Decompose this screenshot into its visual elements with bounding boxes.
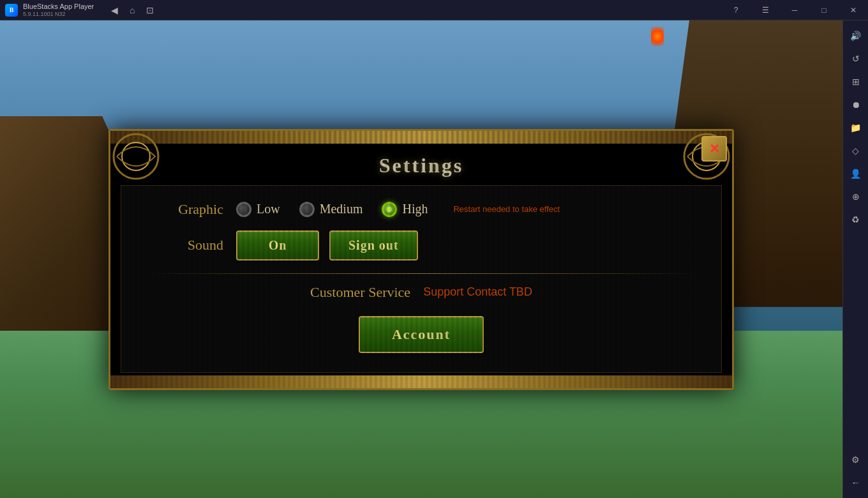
sidebar-record-button[interactable]: ⏺ <box>846 94 866 115</box>
dialog-border-bottom <box>110 375 732 388</box>
sidebar-eco-button[interactable]: ♻ <box>846 209 866 230</box>
dialog-overlay: ✕ Settings Graphic Low <box>0 20 842 498</box>
sidebar-screenshot-button[interactable]: ⊞ <box>846 72 866 92</box>
app-title: BlueStacks App Player <box>23 3 94 11</box>
settings-dialog: ✕ Settings Graphic Low <box>108 129 734 390</box>
maximize-button[interactable]: □ <box>809 0 839 20</box>
right-sidebar: 🔊 ↺ ⊞ ⏺ 📁 ◇ 👤 ⊕ ♻ ⚙ ← <box>842 20 868 498</box>
game-viewport: ✕ Settings Graphic Low <box>0 20 842 498</box>
sidebar-rotate-button[interactable]: ↺ <box>846 49 866 69</box>
minimize-button[interactable]: ─ <box>780 0 809 20</box>
sidebar-settings-button[interactable]: ⚙ <box>846 449 866 470</box>
sidebar-volume-button[interactable]: 🔊 <box>846 26 866 46</box>
help-button[interactable]: ? <box>721 0 751 20</box>
sidebar-erase-button[interactable]: ◇ <box>846 140 866 161</box>
back-button[interactable]: ◀ <box>107 3 122 18</box>
sidebar-folder-button[interactable]: 📁 <box>846 117 866 138</box>
corner-tl-decoration <box>110 131 161 182</box>
svg-point-0 <box>114 134 158 179</box>
sidebar-back-button[interactable]: ← <box>846 472 866 493</box>
windows-button[interactable]: ⊡ <box>142 3 158 18</box>
titlebar-controls: ? ☰ ─ □ ✕ <box>721 0 868 20</box>
titlebar-nav: ◀ ⌂ ⊡ <box>99 3 158 18</box>
sidebar-profile-button[interactable]: 👤 <box>846 163 866 184</box>
close-icon: ✕ <box>709 141 720 156</box>
sidebar-layers-button[interactable]: ⊕ <box>846 186 866 207</box>
titlebar-left: B BlueStacks App Player 5.9.11.1001 N32 … <box>0 3 158 18</box>
window-close-button[interactable]: ✕ <box>839 0 868 20</box>
home-button[interactable]: ⌂ <box>124 3 140 18</box>
titlebar: B BlueStacks App Player 5.9.11.1001 N32 … <box>0 0 868 20</box>
app-version: 5.9.11.1001 N32 <box>23 11 94 18</box>
menu-button[interactable]: ☰ <box>751 0 780 20</box>
dialog-close-button[interactable]: ✕ <box>701 136 727 162</box>
app-logo: B <box>5 4 18 17</box>
